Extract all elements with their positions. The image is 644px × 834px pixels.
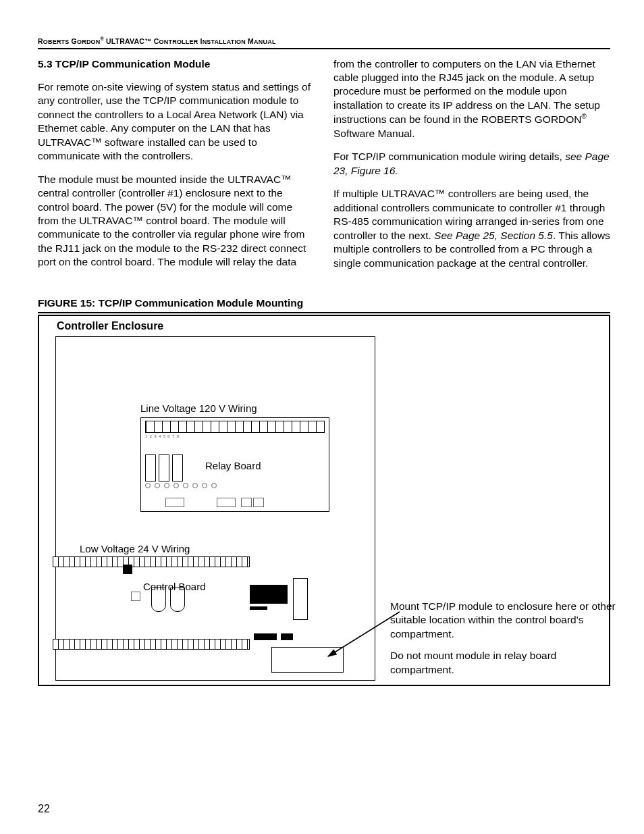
enclosure-title: Controller Enclosure	[57, 320, 163, 332]
lv-terminal-strip-bottom	[53, 639, 250, 650]
relay-board-label: Relay Board	[205, 460, 261, 471]
text-run: For TCP/IP communication module wiring d…	[333, 151, 565, 162]
left-column: 5.3 TCP/IP Communication Module For remo…	[38, 57, 315, 280]
body-paragraph: For TCP/IP communication module wiring d…	[333, 150, 610, 178]
svg-line-0	[328, 612, 400, 656]
running-header: ROBERTS GORDON® ULTRAVAC™ CONTROLLER INS…	[38, 36, 610, 49]
line-voltage-label: Line Voltage 120 V Wiring	[140, 402, 257, 414]
body-paragraph: from the controller to computers on the …	[333, 57, 610, 141]
page: ROBERTS GORDON® ULTRAVAC™ CONTROLLER INS…	[0, 0, 644, 834]
figure-caption: FIGURE 15: TCP/IP Communication Module M…	[38, 297, 610, 313]
two-column-body: 5.3 TCP/IP Communication Module For remo…	[38, 57, 610, 280]
figure-15: Controller Enclosure Line Voltage 120 V …	[38, 315, 610, 686]
section-heading: 5.3 TCP/IP Communication Module	[38, 57, 315, 71]
text-run: Software Manual.	[333, 128, 415, 139]
mount-instruction: Mount TCP/IP module to enclosure here or…	[390, 600, 620, 677]
page-number: 22	[38, 803, 50, 815]
control-board-label: Control Board	[143, 581, 206, 592]
registered-mark: ®	[582, 113, 587, 120]
mount-text-line: Do not mount module in relay board compa…	[390, 649, 620, 677]
lv-terminal-strip-top	[53, 556, 250, 567]
italic-reference: See Page 25, Section 5.5	[434, 230, 553, 241]
body-paragraph: The module must be mounted inside the UL…	[38, 173, 315, 269]
relay-terminal-strip	[145, 421, 325, 433]
body-paragraph: For remote on-site viewing of system sta…	[38, 80, 315, 163]
text-run: from the controller to computers on the …	[333, 58, 600, 126]
relay-tiny-labels: 1 2 3 4 5 6 7 8	[145, 434, 325, 438]
right-column: from the controller to computers on the …	[333, 57, 610, 280]
body-paragraph: If multiple ULTRAVAC™ controllers are be…	[333, 187, 610, 270]
mount-text-line: Mount TCP/IP module to enclosure here or…	[390, 600, 620, 641]
low-voltage-label: Low Voltage 24 V Wiring	[80, 543, 190, 554]
